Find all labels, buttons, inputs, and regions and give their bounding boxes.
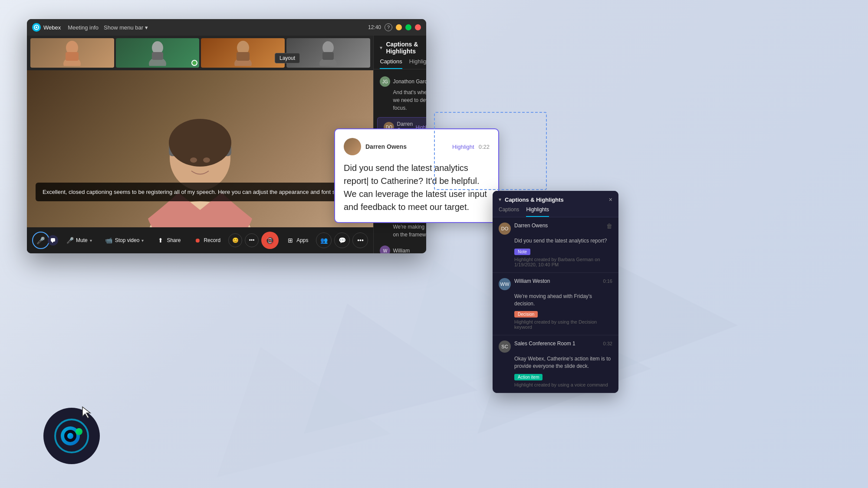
rp-avatar-3: SC (499, 341, 511, 353)
panel-tabs: Captions Highlights (374, 58, 426, 69)
fh-highlight-tag: Highlight (452, 144, 474, 150)
share-button[interactable]: ⬆ Share (151, 234, 186, 247)
rp-item-3-tag-row: Action item (514, 373, 612, 380)
rp-tabs: Captions Highlights (493, 206, 618, 217)
record-button[interactable]: ⏺ Record (188, 234, 226, 247)
chevron-down-icon: ▾ (145, 24, 148, 31)
tab-captions[interactable]: Captions (380, 58, 402, 69)
rp-item-1-tag-row: Note (514, 247, 612, 255)
webex-logo-icon (32, 23, 41, 32)
show-menu-bar[interactable]: Show menu bar ▾ (104, 24, 148, 31)
reactions-button[interactable]: 😊 (228, 233, 242, 247)
controls-bar: 🎤 🎤 Mute ▾ 📹 Stop video ▾ ⬆ (27, 227, 373, 253)
logo-circle (43, 408, 100, 464)
thumbnail-3[interactable] (201, 38, 285, 68)
tag-decision-2: Decision (514, 311, 538, 318)
svg-rect-15 (237, 52, 250, 61)
svg-marker-3 (217, 347, 391, 477)
rp-item-1-name: Darren Owens (514, 223, 603, 229)
avatar-jonathon: JG (380, 76, 390, 87)
help-icon[interactable]: ? (385, 23, 392, 31)
stop-video-button[interactable]: 📹 Stop video ▾ (100, 234, 149, 247)
rp-title: Captions & Highlights (505, 197, 605, 203)
layout-button[interactable]: Layout (275, 53, 300, 63)
caption-name-1: Jonathon Garcia (393, 79, 426, 85)
rp-delete-1[interactable]: 🗑 (606, 223, 612, 229)
closed-caption-box: Excellent, closed captioning seems to be… (36, 183, 365, 202)
svg-rect-9 (66, 52, 79, 61)
rp-item-1-info: Darren Owens (514, 223, 603, 229)
video-area: Excellent, closed captioning seems to be… (27, 36, 373, 253)
rp-item-1-text: Did you send the latest analytics report… (514, 237, 612, 245)
caption-text-3: We're making progress on the framework..… (380, 223, 426, 239)
svg-point-25 (190, 157, 197, 163)
thumbnail-1[interactable] (30, 38, 114, 68)
panel-header: ▾ Captions & Highlights ⤢ × (374, 36, 426, 58)
end-call-container: 📵 (261, 232, 279, 249)
minimize-button[interactable] (396, 24, 402, 30)
rp-tab-captions[interactable]: Captions (499, 206, 519, 217)
right-panel: ▾ Captions & Highlights × Captions Highl… (493, 191, 618, 393)
title-bar-nav: Meeting info Show menu bar ▾ (68, 24, 148, 31)
chat-button[interactable]: 💬 (334, 233, 350, 248)
caption-item-4: W William Excellent point about the fram… (374, 242, 426, 253)
rp-item-3-name-row: Sales Conference Room 1 0:32 (514, 341, 612, 347)
rp-item-3-meta: Highlight created by using a voice comma… (514, 382, 612, 387)
mute-icon: 🎤 (66, 236, 74, 244)
svg-point-6 (36, 26, 37, 28)
maximize-button[interactable] (405, 24, 411, 30)
rp-item-2-header: WW William Weston 0:16 (499, 278, 612, 290)
end-call-button[interactable]: 📵 (261, 232, 279, 249)
rp-item-1-header: DO Darren Owens 🗑 (499, 223, 612, 235)
tab-highlights[interactable]: Highlights (409, 58, 426, 69)
chat-bubble-button[interactable] (48, 235, 58, 246)
webex-logo-corner (43, 408, 100, 464)
panel-collapse-icon[interactable]: ▾ (380, 45, 382, 51)
fh-avatar (344, 138, 361, 155)
rp-item-3: SC Sales Conference Room 1 0:32 Okay Web… (493, 335, 618, 393)
meeting-time: 12:40 (368, 24, 381, 30)
rp-item-2: WW William Weston 0:16 We're moving ahea… (493, 273, 618, 336)
rp-item-2-meta: Highlight created by using the Decision … (514, 319, 612, 330)
app-title: Webex (43, 24, 61, 31)
mute-button[interactable]: 🎤 Mute ▾ (61, 234, 97, 247)
rp-item-1: DO Darren Owens 🗑 Did you send the lates… (493, 217, 618, 273)
caption-item-1: JG Jonathon Garcia 0:12 And that's where… (374, 73, 426, 115)
close-button[interactable] (415, 24, 421, 30)
mic-button[interactable]: 🎤 (32, 232, 49, 249)
avatar-william: W (380, 246, 390, 253)
window-controls (396, 24, 421, 30)
caption-text-1: And that's where I think we need to deve… (380, 88, 426, 112)
tag-note-1: Note (514, 249, 530, 255)
caption-text: Excellent, closed captioning seems to be… (43, 188, 347, 197)
apps-button[interactable]: ⊞ Apps (281, 234, 313, 247)
more-button[interactable]: ••• (245, 233, 259, 247)
app-logo: Webex (32, 23, 61, 32)
fh-header: Darren Owens Highlight 0:22 (344, 138, 490, 155)
people-button[interactable]: 👥 (316, 233, 332, 248)
mute-arrow-icon: ▾ (90, 238, 92, 243)
rp-item-1-meta: Highlight created by Barbara German on 1… (514, 257, 612, 267)
rp-close-icon[interactable]: × (609, 196, 612, 203)
main-video: Excellent, closed captioning seems to be… (27, 70, 373, 227)
title-bar-right: 12:40 ? (368, 23, 421, 31)
rp-avatar-1: DO (499, 223, 511, 235)
rp-tab-highlights[interactable]: Highlights (526, 206, 549, 217)
rp-item-2-time: 0:16 (603, 278, 612, 284)
rp-item-3-text: Okay Webex, Catherine's action item is t… (514, 355, 612, 370)
rp-item-2-tag-row: Decision (514, 310, 612, 318)
controls-right: ⊞ Apps 👥 💬 ••• (281, 233, 368, 248)
meeting-info-link[interactable]: Meeting info (68, 24, 99, 31)
share-icon: ⬆ (157, 236, 164, 244)
rp-item-2-text: We're moving ahead with Friday's decisio… (514, 293, 612, 308)
svg-rect-27 (51, 238, 55, 242)
overflow-button[interactable]: ••• (352, 233, 368, 248)
rp-item-2-name: William Weston (514, 278, 550, 284)
mic-control: 🎤 (32, 232, 58, 249)
svg-marker-28 (52, 242, 53, 243)
svg-point-24 (169, 119, 231, 167)
thumbnail-2[interactable] (116, 38, 200, 68)
svg-point-33 (76, 428, 82, 435)
rp-collapse-icon[interactable]: ▾ (499, 197, 501, 203)
rp-item-3-info: Sales Conference Room 1 0:32 (514, 341, 612, 347)
